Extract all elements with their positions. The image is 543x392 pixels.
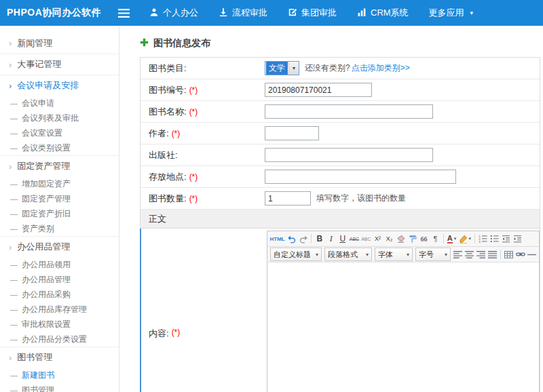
- sidebar-sub-item[interactable]: —固定资产折旧: [0, 206, 119, 221]
- sidebar-group-item[interactable]: ›办公用品管理: [0, 236, 119, 257]
- sidebar-group-item[interactable]: ›会议申请及安排: [0, 75, 119, 96]
- field-label-text: 图书编号:: [149, 85, 187, 95]
- sidebar-group-item[interactable]: ›大事记管理: [0, 54, 119, 75]
- sidebar-sub-item[interactable]: —会议申请: [0, 96, 119, 111]
- bold-icon[interactable]: B: [314, 233, 325, 245]
- sidebar-sub-item[interactable]: —办公用品库存管理: [0, 302, 119, 317]
- strikethrough-icon[interactable]: ABC: [349, 233, 360, 245]
- book-number-input[interactable]: [265, 83, 372, 97]
- format-brush-icon[interactable]: [407, 233, 418, 245]
- sidebar-sub-item[interactable]: —会议类别设置: [0, 140, 119, 155]
- quantity-input[interactable]: [265, 191, 311, 205]
- add-category-link[interactable]: 点击添加类别>>: [352, 62, 410, 74]
- sidebar-sub-item[interactable]: —图书管理: [0, 383, 119, 392]
- font-size-dropdown[interactable]: 字号▾: [415, 248, 451, 261]
- heading-dropdown[interactable]: 自定义标题▾: [270, 248, 322, 261]
- superscript-icon[interactable]: X²: [373, 233, 383, 245]
- blockquote-icon[interactable]: 66: [419, 233, 430, 245]
- undo-icon[interactable]: [286, 233, 297, 245]
- hr-icon[interactable]: [527, 248, 538, 260]
- sidebar-sub-item[interactable]: —办公用品领用: [0, 257, 119, 272]
- sidebar-sub-item[interactable]: —增加固定资产: [0, 176, 119, 191]
- book-category-select[interactable]: 文学▾: [265, 61, 299, 75]
- author-input[interactable]: [265, 126, 319, 140]
- sidebar-group-item[interactable]: ›固定资产管理: [0, 155, 119, 176]
- paragraph-icon[interactable]: ¶: [430, 233, 441, 245]
- align-justify-icon[interactable]: [487, 248, 498, 260]
- highlight-icon[interactable]: ▾: [458, 233, 472, 245]
- field-label: 作者:(*): [141, 128, 265, 140]
- publisher-input[interactable]: [265, 148, 433, 162]
- sidebar-sub-item[interactable]: —资产类别: [0, 221, 119, 236]
- nav-more-apps[interactable]: 更多应用 ▾: [419, 7, 484, 19]
- field-control: [265, 148, 540, 162]
- sidebar-group-item[interactable]: ›新闻管理: [0, 33, 119, 54]
- top-nav: 个人办公 流程审批 集团审批 CRM系统 更多应用 ▾: [139, 7, 483, 19]
- font-family-dropdown[interactable]: 字体▾: [375, 248, 413, 261]
- nav-label: 集团审批: [301, 7, 337, 19]
- field-control: [265, 170, 540, 184]
- user-icon: [149, 7, 159, 19]
- sidebar-sub-label: 会议室设置: [22, 128, 62, 139]
- nav-personal-office[interactable]: 个人办公: [139, 7, 208, 19]
- nav-crm-system[interactable]: CRM系统: [347, 7, 419, 19]
- eraser-icon[interactable]: [396, 233, 407, 245]
- sidebar-sub-item[interactable]: —审批权限设置: [0, 317, 119, 332]
- font-color-icon[interactable]: A▾: [447, 233, 457, 245]
- chevron-right-icon: ›: [9, 353, 12, 363]
- sidebar-sub-label: 增加固定资产: [22, 178, 71, 190]
- paragraph-format-dropdown[interactable]: 段落格式▾: [324, 248, 372, 261]
- sidebar-sub-label: 资产类别: [22, 223, 54, 235]
- book-name-input[interactable]: [265, 104, 433, 119]
- align-center-icon[interactable]: [464, 248, 475, 260]
- sidebar-sub-item[interactable]: —办公用品管理: [0, 272, 119, 287]
- nav-process-approval[interactable]: 流程审批: [208, 7, 278, 19]
- hamburger-menu-icon[interactable]: [118, 9, 130, 18]
- form-row: 图书类目:文学▾还没有类别? 点击添加类别>>: [141, 58, 540, 79]
- field-control: [265, 104, 540, 119]
- sidebar-sub-item[interactable]: —会议室设置: [0, 125, 119, 140]
- sidebar-group-label: 固定资产管理: [17, 160, 70, 172]
- sidebar-sub-item[interactable]: —办公用品分类设置: [0, 332, 119, 347]
- table-icon[interactable]: [504, 248, 514, 260]
- chevron-right-icon: ›: [9, 242, 12, 252]
- sidebar-sub-item[interactable]: —新建图书: [0, 368, 119, 383]
- required-mark: (*): [189, 172, 198, 182]
- field-label-text: 图书类目:: [149, 63, 187, 73]
- redo-icon[interactable]: [298, 233, 309, 245]
- editor-content[interactable]: [267, 262, 539, 392]
- caret-down-icon: ▾: [454, 236, 457, 241]
- bullet-list-icon[interactable]: [489, 233, 500, 245]
- caret-down-icon: ▾: [470, 9, 474, 16]
- storage-location-input[interactable]: [265, 170, 456, 184]
- nav-group-approval[interactable]: 集团审批: [278, 7, 347, 19]
- sidebar-sub-item[interactable]: —会议列表及审批: [0, 111, 119, 125]
- align-left-icon[interactable]: [453, 248, 464, 260]
- dropdown-arrow-icon: ▾: [288, 62, 299, 75]
- field-control: 填写数字，该图书的数量: [265, 191, 540, 205]
- source-icon[interactable]: HTML: [269, 233, 286, 245]
- sidebar-sub-item[interactable]: —办公用品采购: [0, 287, 119, 302]
- sidebar-group-item[interactable]: ›图书管理: [0, 347, 119, 368]
- subscript-icon[interactable]: X₂: [384, 233, 395, 245]
- outdent-icon[interactable]: [500, 233, 511, 245]
- content-row: 内容: (*) HTMLBIUABCABCX²X₂66¶A▾▾1.2.3. 自定…: [140, 229, 540, 392]
- toolbar-separator: [474, 234, 475, 243]
- required-mark: (*): [172, 129, 181, 138]
- sidebar-group-label: 图书管理: [17, 351, 52, 364]
- link-icon[interactable]: [515, 248, 526, 260]
- underline-icon[interactable]: U: [337, 233, 348, 245]
- align-right-icon[interactable]: [476, 248, 487, 260]
- italic-icon[interactable]: I: [326, 233, 337, 245]
- field-label: 图书编号:(*): [141, 84, 265, 96]
- dash-icon: —: [10, 335, 18, 343]
- numbered-list-icon[interactable]: 1.2.3.: [477, 233, 488, 245]
- sidebar-group-label: 大事记管理: [17, 58, 61, 71]
- indent-icon[interactable]: [512, 233, 523, 245]
- editor-toolbar-row2: 自定义标题▾段落格式▾字体▾字号▾: [267, 247, 539, 262]
- image-icon[interactable]: [538, 248, 540, 260]
- dash-icon: —: [10, 129, 18, 137]
- spellcheck-icon[interactable]: ABC: [360, 233, 371, 245]
- field-label: 存放地点:(*): [141, 171, 265, 183]
- sidebar-sub-item[interactable]: —固定资产管理: [0, 191, 119, 206]
